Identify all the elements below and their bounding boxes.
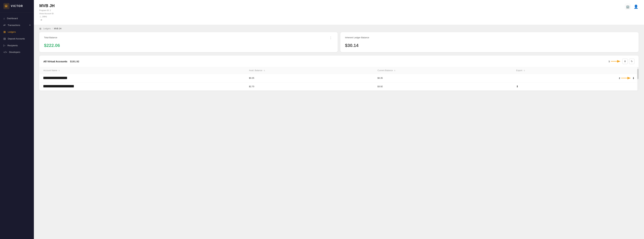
sidebar: 🏛 VICTOR ⌂ Dashboard ⇄ Transactions ▾ ▦ … — [0, 0, 34, 239]
inherent-ledger-amount: $30.14 — [345, 43, 634, 48]
sidebar-item-label: Dashboard — [7, 17, 18, 20]
row2-export: ⬇ — [512, 82, 638, 90]
page-header: MVB JH Program ID: 2 Victor Account ID: … — [34, 0, 644, 25]
row2-account-name — [39, 82, 245, 90]
chevron-down-icon: ▾ — [30, 24, 30, 26]
row1-download-button[interactable]: ⬇ — [632, 76, 634, 80]
row1-account-name — [39, 74, 245, 82]
header-actions: 🏢 👤 — [625, 4, 638, 10]
annotation-1: 1 — [608, 60, 621, 63]
redacted-name-2 — [43, 85, 74, 88]
breadcrumb-parent-link[interactable]: Ledgers — [43, 28, 51, 30]
inherent-ledger-card: Inherent Ledger Balance $30.14 — [340, 32, 639, 52]
virtual-accounts-table: Account Name ⇅ Avail. Balance ⇅ Current … — [39, 67, 638, 90]
redacted-name-1 — [43, 77, 67, 79]
col-avail-balance: Avail. Balance ⇅ — [245, 67, 374, 74]
download-button[interactable]: ⬇ — [622, 58, 628, 64]
row1-export: 2 ⬇ — [512, 74, 638, 82]
refresh-button[interactable]: ↻ — [629, 58, 634, 64]
page-title: MVB JH — [39, 4, 55, 8]
sidebar-item-label: Deposit Accounts — [8, 38, 25, 40]
sidebar-item-dashboard[interactable]: ⌂ Dashboard — [0, 15, 34, 22]
virtual-accounts-title: All Virtual Accounts — [43, 60, 68, 63]
header-info: MVB JH Program ID: 2 Victor Account ID: … — [39, 4, 55, 22]
col-account-name: Account Name ⇅ — [39, 67, 245, 74]
user-icon: 👤 — [634, 4, 638, 9]
annotation-1-number: 1 — [608, 60, 610, 63]
user-profile-button[interactable]: 👤 — [633, 4, 638, 10]
ledgers-icon: ▦ — [4, 30, 6, 33]
breadcrumb-separator: / — [52, 28, 52, 30]
row2-current-balance: $3.92 — [374, 82, 512, 90]
refresh-icon: ↻ — [631, 60, 633, 63]
row1-avail-balance: $0.35 — [245, 74, 374, 82]
sidebar-navigation: ⌂ Dashboard ⇄ Transactions ▾ ▦ Ledgers ▤… — [0, 12, 34, 239]
annotation-2-arrow — [621, 76, 631, 80]
recipients-icon: ▷ — [4, 44, 6, 47]
sort-icon[interactable]: ⇅ — [394, 70, 396, 72]
balance-cards: Total Balance ⋮ $222.06 Inherent Ledger … — [34, 32, 644, 56]
row1-current-balance: $0.35 — [374, 74, 512, 82]
scrollbar-thumb[interactable] — [637, 69, 638, 79]
table-header: Account Name ⇅ Avail. Balance ⇅ Current … — [39, 67, 638, 74]
sidebar-item-deposit-accounts[interactable]: ▤ Deposit Accounts — [0, 35, 34, 42]
sidebar-item-developers[interactable]: </> Developers — [0, 49, 34, 56]
virtual-accounts-total: $191.92 — [70, 60, 79, 63]
inherent-ledger-title: Inherent Ledger Balance — [345, 36, 634, 39]
virtual-accounts-header: All Virtual Accounts $191.92 1 — [39, 56, 638, 67]
building-icon-button[interactable]: 🏢 — [625, 4, 630, 10]
header-meta: Program ID: 2 Victor Account ID: (...188… — [39, 9, 55, 22]
sidebar-item-recipients[interactable]: ▷ Recipients — [0, 42, 34, 49]
program-id: Program ID: 2 — [39, 9, 55, 12]
account-id: Victor Account ID: (...1884) 👁 — [39, 12, 55, 22]
virtual-header-actions: 1 ⬇ ↻ — [608, 58, 634, 64]
deposit-accounts-icon: ▤ — [4, 37, 6, 40]
card-menu-button[interactable]: ⋮ — [328, 36, 333, 39]
sidebar-item-label: Ledgers — [8, 31, 16, 33]
account-id-label: Victor Account ID: — [39, 12, 55, 15]
annotation-2-number: 2 — [619, 77, 620, 80]
breadcrumb-current: MVB JH — [54, 28, 62, 30]
sidebar-item-label: Transactions — [8, 24, 20, 26]
building-icon: 🏢 — [626, 5, 630, 9]
col-current-balance: Current Balance ⇅ — [374, 67, 512, 74]
sidebar-item-ledgers[interactable]: ▦ Ledgers — [0, 28, 34, 35]
sort-icon[interactable]: ⇅ — [264, 70, 265, 72]
download-icon: ⬇ — [624, 60, 626, 63]
sort-icon[interactable]: ⇅ — [524, 70, 525, 72]
sidebar-item-label: Recipients — [8, 44, 18, 47]
table-row: $0.35 $0.35 2 — [39, 74, 638, 82]
row2-avail-balance: $2.70 — [245, 82, 374, 90]
table-body: $0.35 $0.35 2 — [39, 74, 638, 90]
eye-icon[interactable]: 👁 — [40, 18, 55, 22]
logo-icon: 🏛 — [4, 3, 10, 9]
total-balance-card: Total Balance ⋮ $222.06 — [39, 32, 338, 52]
col-export: Export ⇅ — [512, 67, 638, 74]
developers-icon: </> — [4, 51, 7, 54]
sidebar-item-label: Developers — [9, 51, 20, 53]
logo-text: VICTOR — [11, 4, 23, 8]
virtual-accounts-table-wrap: Account Name ⇅ Avail. Balance ⇅ Current … — [39, 67, 638, 90]
total-balance-title: Total Balance — [44, 36, 57, 39]
svg-text:🏛: 🏛 — [4, 4, 8, 8]
sort-icon[interactable]: ⇅ — [58, 70, 60, 72]
logo: 🏛 VICTOR — [0, 0, 34, 12]
main-content: MVB JH Program ID: 2 Victor Account ID: … — [34, 0, 644, 239]
table-row: $2.70 $3.92 ⬇ — [39, 82, 638, 90]
total-balance-card-header: Total Balance ⋮ — [44, 36, 333, 43]
scrollbar-track — [637, 67, 638, 90]
row1-export-cell: 2 ⬇ — [516, 76, 634, 80]
sidebar-item-transactions[interactable]: ⇄ Transactions ▾ — [0, 22, 34, 28]
home-icon: ⌂ — [4, 17, 5, 20]
virtual-accounts-section: All Virtual Accounts $191.92 1 — [39, 56, 638, 90]
row2-download-button[interactable]: ⬇ — [516, 85, 518, 88]
breadcrumb-ledger-icon: ▦ — [39, 27, 41, 30]
total-balance-amount: $222.06 — [44, 43, 333, 48]
annotation-1-arrow — [611, 60, 621, 63]
content-area: ▦ Ledgers / MVB JH Total Balance ⋮ $222.… — [34, 25, 644, 239]
account-id-value: (...1884) — [40, 15, 55, 18]
breadcrumb: ▦ Ledgers / MVB JH — [34, 25, 644, 32]
transactions-icon: ⇄ — [4, 24, 6, 26]
